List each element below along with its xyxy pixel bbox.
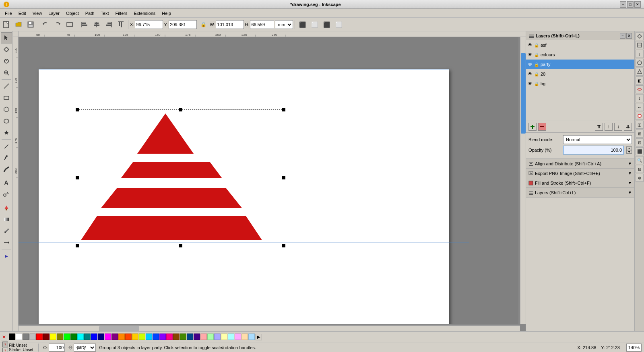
status-opacity-input[interactable]	[49, 344, 65, 352]
palette-color-swatch[interactable]	[187, 333, 193, 340]
transform-btn4[interactable]: ⬜	[333, 19, 344, 30]
align-center-button[interactable]	[91, 19, 102, 30]
palette-color-swatch[interactable]	[111, 333, 118, 340]
align-distribute-panel[interactable]: Align and Distribute (Shift+Ctrl+A) ▼	[526, 159, 634, 169]
menu-layer[interactable]: Layer	[45, 10, 63, 16]
fr-btn-1[interactable]	[636, 32, 644, 40]
palette-arrow-right[interactable]: ▶	[256, 334, 262, 340]
w-input[interactable]	[216, 20, 244, 29]
palette-color-swatch[interactable]	[194, 333, 200, 340]
layers-close-btn[interactable]: ✕	[626, 33, 632, 39]
palette-color-swatch[interactable]	[153, 333, 159, 340]
fr-btn-9[interactable]: ↔	[636, 103, 644, 111]
menu-extensions[interactable]: Extensions	[130, 10, 159, 16]
fr-btn-7[interactable]	[636, 85, 644, 93]
layer-eye-asf[interactable]: 👁	[528, 42, 533, 48]
open-button[interactable]	[13, 19, 24, 30]
fr-btn-17[interactable]: ⊕	[636, 174, 644, 182]
palette-color-swatch[interactable]	[9, 333, 15, 340]
menu-path[interactable]: Path	[82, 10, 98, 16]
palette-color-swatch[interactable]	[200, 333, 207, 340]
layer-row-asf[interactable]: 👁 🔒 asf	[526, 40, 634, 50]
palette-color-swatch[interactable]	[132, 333, 138, 340]
close-button[interactable]: ✕	[634, 1, 641, 8]
opacity-down-btn[interactable]: ▼	[626, 150, 632, 154]
opacity-spinner[interactable]: ▲ ▼	[626, 146, 632, 154]
connector-btn[interactable]	[1, 237, 12, 248]
layer-lock-bg[interactable]: 🔒	[534, 82, 539, 86]
menu-text[interactable]: Text	[97, 10, 112, 16]
zoom-tool-btn[interactable]	[1, 67, 12, 78]
layer-eye-colours[interactable]: 👁	[528, 52, 533, 58]
fill-stroke-panel[interactable]: Fill and Stroke (Shift+Ctrl+F) ▼	[526, 178, 634, 188]
menu-view[interactable]: View	[29, 10, 45, 16]
layer-row-20[interactable]: 👁 🔒 20	[526, 69, 634, 79]
palette-color-swatch[interactable]	[29, 333, 36, 340]
palette-color-swatch[interactable]	[36, 333, 43, 340]
spray-tool-btn[interactable]	[1, 189, 12, 200]
fr-btn-3[interactable]: ↓	[636, 50, 644, 58]
palette-color-swatch[interactable]	[105, 333, 111, 340]
add-layer-btn[interactable]	[528, 123, 537, 131]
align-left-button[interactable]	[79, 19, 90, 30]
layers-minimize-btn[interactable]: −	[620, 33, 625, 39]
x-input[interactable]	[135, 20, 163, 29]
zoom-level[interactable]: 140%	[626, 344, 642, 352]
node-tool-btn[interactable]	[1, 44, 12, 55]
fr-btn-4[interactable]	[636, 59, 644, 67]
fr-btn-15[interactable]: 🔍	[636, 156, 644, 164]
scroll-thumb-vertical[interactable]	[521, 53, 526, 134]
palette-color-swatch[interactable]	[242, 333, 248, 340]
remove-layer-btn[interactable]	[538, 123, 546, 131]
layer-eye-bg[interactable]: 👁	[528, 81, 533, 86]
dropper-btn[interactable]: ▶	[1, 250, 12, 261]
palette-color-swatch[interactable]	[146, 333, 152, 340]
3d-box-btn[interactable]	[1, 104, 12, 115]
palette-color-swatch[interactable]	[166, 333, 173, 340]
palette-color-swatch[interactable]	[118, 333, 125, 340]
maximize-button[interactable]: □	[627, 1, 634, 8]
fr-btn-2[interactable]	[636, 41, 644, 49]
save-button[interactable]	[25, 19, 36, 30]
layer-row-party[interactable]: 👁 🔒 party	[526, 60, 634, 69]
transform-btn3[interactable]: ⬛	[321, 19, 332, 30]
minimize-button[interactable]: −	[620, 1, 626, 8]
measure-tool-btn[interactable]	[1, 80, 12, 92]
redo-button[interactable]	[52, 19, 63, 30]
layer-move-top-btn[interactable]: ⇈	[595, 123, 603, 131]
transform-btn1[interactable]: ⬛	[297, 19, 308, 30]
pencil-tool-btn[interactable]	[1, 140, 12, 152]
menu-file[interactable]: File	[2, 10, 15, 16]
palette-color-swatch[interactable]	[70, 333, 77, 340]
select-tool-btn[interactable]	[1, 32, 12, 43]
layer-eye-20[interactable]: 👁	[528, 71, 533, 77]
new-button[interactable]	[1, 19, 12, 30]
palette-color-swatch[interactable]	[221, 333, 227, 340]
h-input[interactable]	[250, 20, 274, 29]
palette-color-swatch[interactable]	[125, 333, 132, 340]
palette-color-swatch[interactable]	[180, 333, 186, 340]
layer-row-bg[interactable]: 👁 🔒 bg	[526, 79, 634, 89]
layers-collapsed-panel[interactable]: Layers (Shift+Ctrl+L) ▼	[526, 188, 634, 198]
layer-eye-party[interactable]: 👁	[528, 62, 533, 67]
transform-btn2[interactable]: ⬜	[309, 19, 320, 30]
menu-edit[interactable]: Edit	[15, 10, 29, 16]
eyedropper-btn[interactable]	[1, 225, 12, 237]
star-tool-btn[interactable]	[1, 127, 12, 138]
opacity-up-btn[interactable]: ▲	[626, 146, 632, 150]
palette-color-swatch[interactable]	[159, 333, 166, 340]
palette-color-swatch[interactable]	[50, 333, 56, 340]
layer-lock-20[interactable]: 🔒	[534, 72, 539, 76]
opacity-input[interactable]	[563, 146, 624, 154]
layer-lock-colours[interactable]: 🔒	[534, 53, 539, 57]
palette-color-swatch[interactable]	[57, 333, 63, 340]
text-tool-btn[interactable]: A	[1, 177, 12, 188]
scroll-thumb-horizontal[interactable]	[99, 326, 139, 331]
menu-object[interactable]: Object	[63, 10, 82, 16]
palette-color-swatch[interactable]	[77, 333, 84, 340]
palette-color-swatch[interactable]	[43, 333, 50, 340]
layer-lock-party[interactable]: 🔒	[534, 62, 539, 67]
fill-swatch[interactable]: ?	[2, 342, 8, 347]
align-right-button[interactable]	[103, 19, 114, 30]
layer-row-colours[interactable]: 👁 🔒 colours	[526, 50, 634, 60]
